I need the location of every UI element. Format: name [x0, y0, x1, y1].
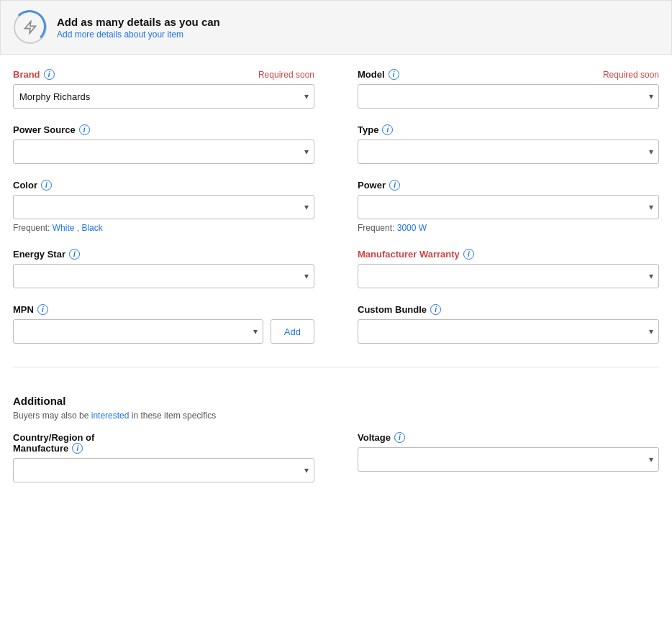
- power-field-group: Power i ▾ Frequent: 3000 W: [358, 180, 659, 233]
- additional-sub-link[interactable]: interested: [91, 411, 130, 421]
- model-label-left: Model i: [358, 69, 399, 80]
- color-select[interactable]: [13, 195, 314, 219]
- type-info-icon[interactable]: i: [382, 124, 393, 135]
- color-frequent-white[interactable]: White: [53, 223, 75, 233]
- country-label-line1: Country/Region of: [13, 432, 94, 443]
- type-label-left: Type i: [358, 124, 393, 135]
- power-select-wrapper: ▾: [358, 195, 659, 219]
- color-frequent-row: Frequent: White , Black: [13, 223, 314, 233]
- voltage-label-left: Voltage i: [358, 432, 405, 443]
- power-source-select[interactable]: [13, 139, 314, 164]
- brand-select[interactable]: Morphy Richards: [13, 84, 314, 109]
- manufacturer-warranty-select[interactable]: [358, 264, 659, 288]
- additional-title: Additional: [13, 395, 659, 407]
- type-label-row: Type i: [358, 124, 659, 135]
- mpn-label-left: MPN i: [13, 304, 48, 315]
- header-title: Add as many details as you can: [57, 16, 220, 28]
- model-info-icon[interactable]: i: [389, 69, 399, 80]
- model-label-row: Model i Required soon: [358, 69, 659, 80]
- type-label: Type: [358, 124, 378, 135]
- energy-star-label-row: Energy Star i: [13, 249, 314, 260]
- manufacturer-warranty-label: Manufacturer Warranty: [358, 249, 460, 260]
- color-label: Color: [13, 180, 37, 191]
- color-label-row: Color i: [13, 180, 314, 191]
- manufacturer-warranty-select-wrapper: ▾: [358, 264, 659, 288]
- power-frequent-label: Frequent:: [358, 223, 394, 233]
- model-select[interactable]: [358, 84, 659, 109]
- brand-label: Brand: [13, 69, 40, 80]
- energy-star-field-group: Energy Star i ▾: [13, 249, 314, 288]
- header-text: Add as many details as you can Add more …: [57, 16, 220, 40]
- manufacturer-warranty-info-icon[interactable]: i: [463, 249, 474, 260]
- custom-bundle-info-icon[interactable]: i: [430, 304, 441, 315]
- energy-star-select-wrapper: ▾: [13, 264, 314, 288]
- energy-star-label-left: Energy Star i: [13, 249, 80, 260]
- model-field-group: Model i Required soon ▾: [358, 69, 659, 109]
- brand-required-soon: Required soon: [258, 70, 314, 80]
- power-source-info-icon[interactable]: i: [79, 124, 90, 135]
- custom-bundle-select[interactable]: [358, 319, 659, 344]
- color-info-icon[interactable]: i: [41, 180, 52, 191]
- additional-sub-after: in these item specifics: [129, 411, 216, 421]
- mpn-input-row: ▾ Add: [13, 319, 314, 344]
- custom-bundle-field-group: Custom Bundle i ▾: [358, 304, 659, 344]
- main-content: Brand i Required soon Morphy Richards ▾ …: [0, 69, 672, 395]
- country-select-wrapper: ▾: [13, 458, 314, 482]
- header-icon: [14, 11, 47, 44]
- voltage-select-wrapper: ▾: [358, 447, 659, 472]
- energy-star-label: Energy Star: [13, 249, 65, 260]
- color-frequent-black[interactable]: Black: [81, 223, 102, 233]
- type-field-group: Type i ▾: [358, 124, 659, 164]
- mpn-info-icon[interactable]: i: [37, 304, 48, 315]
- voltage-info-icon[interactable]: i: [394, 432, 405, 443]
- mpn-select[interactable]: [13, 319, 263, 344]
- manufacturer-warranty-label-row: Manufacturer Warranty i: [358, 249, 659, 260]
- type-select-wrapper: ▾: [358, 139, 659, 164]
- energy-star-select[interactable]: [13, 264, 314, 288]
- header-banner: Add as many details as you can Add more …: [0, 0, 672, 55]
- brand-info-icon[interactable]: i: [44, 69, 55, 80]
- additional-subtitle: Buyers may also be interested in these i…: [13, 411, 659, 421]
- country-label-multiline: Country/Region of Manufacture i: [13, 432, 94, 454]
- brand-label-left: Brand i: [13, 69, 55, 80]
- mpn-label: MPN: [13, 304, 34, 315]
- voltage-label: Voltage: [358, 432, 391, 443]
- power-select[interactable]: [358, 195, 659, 219]
- manufacturer-warranty-label-left: Manufacturer Warranty i: [358, 249, 474, 260]
- brand-field-group: Brand i Required soon Morphy Richards ▾: [13, 69, 314, 109]
- voltage-label-row: Voltage i: [358, 432, 659, 443]
- custom-bundle-label-left: Custom Bundle i: [358, 304, 441, 315]
- custom-bundle-label: Custom Bundle: [358, 304, 427, 315]
- country-label-line2: Manufacture: [13, 443, 68, 454]
- country-select[interactable]: [13, 458, 314, 482]
- additional-section: Additional Buyers may also be interested…: [0, 395, 672, 513]
- country-label-left: Country/Region of Manufacture i: [13, 432, 94, 454]
- custom-bundle-label-row: Custom Bundle i: [358, 304, 659, 315]
- model-label: Model: [358, 69, 385, 80]
- power-source-label: Power Source: [13, 124, 76, 135]
- custom-bundle-select-wrapper: ▾: [358, 319, 659, 344]
- energy-star-info-icon[interactable]: i: [69, 249, 80, 260]
- power-label-row: Power i: [358, 180, 659, 191]
- manufacturer-warranty-field-group: Manufacturer Warranty i ▾: [358, 249, 659, 288]
- mpn-add-button[interactable]: Add: [271, 319, 314, 344]
- mpn-label-row: MPN i: [13, 304, 314, 315]
- fields-grid: Brand i Required soon Morphy Richards ▾ …: [13, 69, 659, 359]
- power-label-left: Power i: [358, 180, 400, 191]
- color-field-group: Color i ▾ Frequent: White , Black: [13, 180, 314, 233]
- color-label-left: Color i: [13, 180, 52, 191]
- additional-fields-grid: Country/Region of Manufacture i ▾: [13, 432, 659, 498]
- voltage-select[interactable]: [358, 447, 659, 472]
- section-divider: [13, 367, 659, 367]
- header-subtitle: Add more details about your item: [57, 29, 220, 40]
- power-source-label-row: Power Source i: [13, 124, 314, 135]
- type-select[interactable]: [358, 139, 659, 164]
- brand-label-row: Brand i Required soon: [13, 69, 314, 80]
- color-frequent-label: Frequent:: [13, 223, 50, 233]
- country-field-group: Country/Region of Manufacture i ▾: [13, 432, 314, 482]
- power-frequent-value[interactable]: 3000 W: [397, 223, 427, 233]
- country-info-icon[interactable]: i: [72, 443, 83, 454]
- power-source-label-left: Power Source i: [13, 124, 90, 135]
- power-info-icon[interactable]: i: [389, 180, 400, 191]
- power-frequent-row: Frequent: 3000 W: [358, 223, 659, 233]
